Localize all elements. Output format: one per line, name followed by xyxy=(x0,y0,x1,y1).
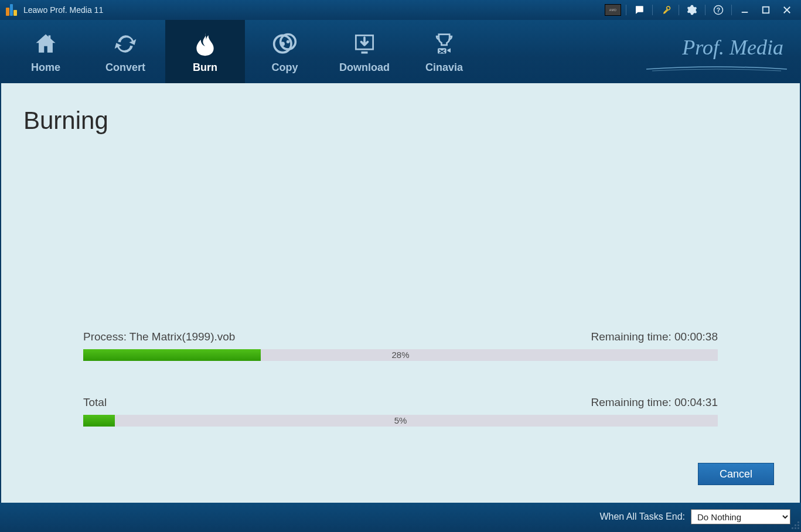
main-nav: Home Convert Burn Copy Download Cinavia … xyxy=(0,20,801,83)
separator xyxy=(705,5,705,15)
separator xyxy=(679,5,679,15)
nav-download[interactable]: Download xyxy=(325,20,404,83)
separator xyxy=(652,5,653,15)
total-progress-block: Total Remaining time: 00:04:31 5% xyxy=(83,396,718,427)
close-icon xyxy=(782,5,792,15)
gear-icon xyxy=(687,5,697,15)
nav-label: Download xyxy=(339,62,390,74)
main-panel: Burning Process: The Matrix(1999).vob Re… xyxy=(1,83,800,503)
maximize-icon xyxy=(761,5,771,15)
help-button[interactable]: ? xyxy=(708,2,729,18)
nav-label: Copy xyxy=(272,62,298,74)
key-icon xyxy=(660,5,671,15)
nav-burn[interactable]: Burn xyxy=(165,20,245,83)
tasks-end-label: When All Tasks End: xyxy=(599,511,685,522)
svg-rect-3 xyxy=(763,7,769,13)
svg-text:?: ? xyxy=(717,6,720,13)
minimize-button[interactable] xyxy=(734,2,755,18)
titlebar: Leawo Prof. Media 11 AMD ? xyxy=(0,0,801,20)
app-logo-icon xyxy=(6,4,18,16)
home-icon xyxy=(33,30,59,58)
cancel-button[interactable]: Cancel xyxy=(698,463,774,485)
cancel-label: Cancel xyxy=(720,468,752,480)
total-label: Total xyxy=(83,396,107,409)
svg-rect-2 xyxy=(742,12,748,13)
help-icon: ? xyxy=(713,5,724,15)
svg-rect-4 xyxy=(49,35,51,39)
total-progress-bar: 5% xyxy=(83,415,718,427)
nav-label: Home xyxy=(31,62,60,74)
process-remaining: Remaining time: 00:00:38 xyxy=(591,330,718,343)
burn-icon xyxy=(192,30,218,58)
nav-label: Convert xyxy=(105,62,145,74)
process-progress-block: Process: The Matrix(1999).vob Remaining … xyxy=(83,330,718,361)
amd-badge-icon: AMD xyxy=(605,4,621,16)
footer-bar: When All Tasks End: Do Nothing xyxy=(0,503,801,531)
page-title: Burning xyxy=(23,107,778,135)
brand-script: Prof. Media xyxy=(682,35,783,60)
total-remaining: Remaining time: 00:04:31 xyxy=(591,396,718,409)
tasks-end-select[interactable]: Do Nothing xyxy=(691,509,790,524)
nav-home[interactable]: Home xyxy=(6,20,86,83)
copy-icon xyxy=(272,30,298,58)
process-label: Process: The Matrix(1999).vob xyxy=(83,330,235,343)
close-button[interactable] xyxy=(776,2,797,18)
cinavia-icon xyxy=(431,30,457,58)
resize-grip-icon[interactable] xyxy=(790,520,800,530)
register-button[interactable] xyxy=(655,2,676,18)
app-title: Leawo Prof. Media 11 xyxy=(23,5,103,15)
svg-point-8 xyxy=(287,40,290,43)
minimize-icon xyxy=(739,5,750,15)
brand-underline-icon xyxy=(646,66,787,71)
process-progress-bar: 28% xyxy=(83,349,718,361)
chat-icon xyxy=(634,5,645,15)
total-percent: 5% xyxy=(83,415,718,427)
nav-copy[interactable]: Copy xyxy=(245,20,325,83)
svg-rect-9 xyxy=(362,51,368,53)
download-icon xyxy=(352,30,377,58)
feedback-button[interactable] xyxy=(629,2,650,18)
settings-button[interactable] xyxy=(681,2,703,18)
nav-label: Cinavia xyxy=(425,62,463,74)
process-percent: 28% xyxy=(83,349,718,361)
nav-label: Burn xyxy=(193,62,217,74)
separator xyxy=(626,5,626,15)
maximize-button[interactable] xyxy=(755,2,776,18)
separator xyxy=(731,5,732,15)
convert-icon xyxy=(113,30,138,58)
nav-cinavia[interactable]: Cinavia xyxy=(404,20,484,83)
nav-convert[interactable]: Convert xyxy=(86,20,165,83)
